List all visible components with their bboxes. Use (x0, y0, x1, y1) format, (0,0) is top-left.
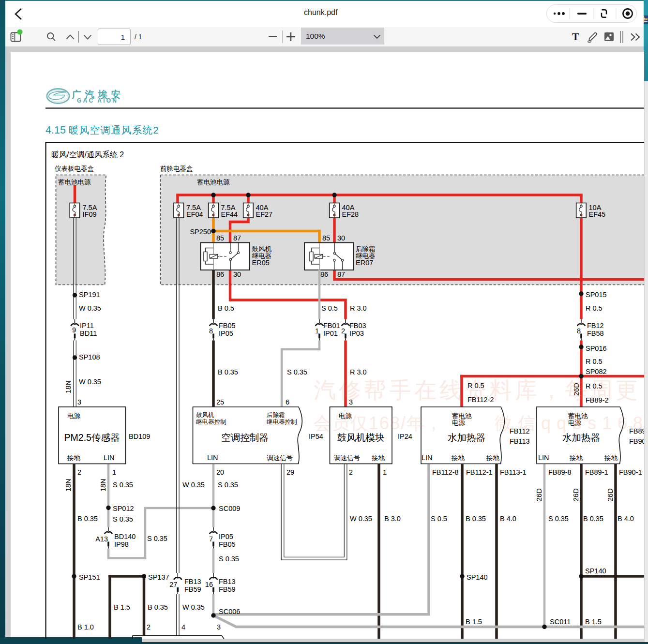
svg-text:7: 7 (209, 535, 213, 543)
svg-text:FB113: FB113 (510, 437, 530, 445)
svg-text:会员仅168/年，: 会员仅168/年， (314, 413, 443, 433)
svg-text:鼓风机: 鼓风机 (252, 245, 272, 253)
svg-text:B 1.0: B 1.0 (77, 623, 94, 631)
svg-text:蓄电池电源: 蓄电池电源 (58, 179, 91, 186)
svg-text:B 1.5: B 1.5 (114, 603, 130, 611)
svg-text:后除霜: 后除霜 (356, 245, 376, 253)
svg-text:EF27: EF27 (256, 210, 273, 218)
svg-text:仪表板电器盒: 仪表板电器盒 (54, 165, 94, 172)
svg-text:B 0.35: B 0.35 (466, 515, 486, 523)
svg-text:调速信号: 调速信号 (267, 454, 293, 462)
svg-text:FB90: FB90 (629, 437, 644, 445)
svg-text:BD140: BD140 (114, 533, 136, 540)
svg-text:LIN: LIN (538, 454, 549, 462)
svg-text:3: 3 (217, 623, 221, 631)
svg-text:IP05: IP05 (219, 329, 233, 337)
svg-text:前舱电器盒: 前舱电器盒 (160, 165, 193, 172)
svg-text:2: 2 (341, 327, 345, 335)
svg-text:SP151: SP151 (79, 573, 100, 581)
svg-text:W 0.35: W 0.35 (182, 481, 205, 489)
svg-text:ER07: ER07 (356, 259, 373, 267)
svg-text:25: 25 (216, 398, 224, 406)
svg-text:B 4.0: B 4.0 (618, 515, 634, 523)
svg-text:继电器控制: 继电器控制 (196, 419, 226, 425)
svg-text:IP54: IP54 (309, 433, 323, 440)
svg-text:SP137: SP137 (148, 573, 169, 581)
svg-text:继电器控制: 继电器控制 (266, 419, 297, 425)
svg-text:SP140: SP140 (585, 567, 606, 575)
svg-text:W 0.35: W 0.35 (182, 603, 205, 611)
svg-text:EF44: EF44 (221, 210, 238, 218)
svg-text:20: 20 (216, 468, 224, 476)
svg-text:W 0.35: W 0.35 (79, 378, 101, 386)
svg-text:B 4.0: B 4.0 (500, 515, 516, 523)
svg-text:接地: 接地 (604, 454, 618, 462)
svg-text:2: 2 (77, 468, 81, 476)
svg-text:FB59: FB59 (184, 585, 201, 593)
svg-text:B 1.5: B 1.5 (466, 618, 482, 626)
svg-text:FB112-1: FB112-1 (466, 468, 493, 476)
svg-text:SP015: SP015 (586, 291, 607, 299)
svg-text:S 0.35: S 0.35 (113, 481, 133, 489)
svg-text:FB112-8: FB112-8 (432, 468, 459, 476)
svg-text:SP250: SP250 (190, 228, 211, 236)
svg-text:26D: 26D (572, 488, 580, 501)
svg-text:29: 29 (286, 468, 294, 476)
svg-text:B 3.0: B 3.0 (384, 515, 401, 523)
svg-text:FB05: FB05 (219, 540, 236, 548)
svg-text:FB59: FB59 (219, 585, 236, 593)
svg-text:S 0.35: S 0.35 (287, 368, 307, 376)
svg-text:26D: 26D (535, 488, 543, 501)
svg-text:水加热器: 水加热器 (562, 432, 600, 443)
svg-text:1: 1 (383, 468, 387, 476)
svg-text:蓄电池: 蓄电池 (452, 412, 472, 419)
svg-text:电源: 电源 (452, 419, 466, 426)
svg-text:27: 27 (169, 581, 177, 588)
svg-text:B 0.35: B 0.35 (77, 515, 98, 523)
svg-text:9: 9 (72, 326, 76, 334)
svg-text:IF09: IF09 (83, 210, 97, 218)
svg-text:30: 30 (233, 270, 241, 278)
svg-text:EF28: EF28 (342, 210, 359, 218)
svg-text:R 0.5: R 0.5 (586, 304, 603, 312)
svg-text:B 0.5: B 0.5 (218, 304, 234, 312)
svg-text:S 0.5: S 0.5 (321, 304, 338, 312)
svg-text:接地: 接地 (486, 454, 500, 462)
svg-text:8: 8 (209, 327, 213, 335)
svg-text:接地: 接地 (569, 454, 583, 462)
svg-text:SP108: SP108 (79, 353, 100, 361)
svg-text:8: 8 (577, 327, 581, 335)
svg-text:FB01: FB01 (323, 322, 340, 329)
svg-text:ER05: ER05 (252, 259, 270, 267)
svg-text:IP03: IP03 (349, 329, 364, 337)
svg-text:IP05: IP05 (219, 533, 233, 540)
svg-text:86: 86 (320, 270, 328, 278)
svg-text:B 1.5: B 1.5 (585, 618, 602, 626)
svg-text:LIN: LIN (104, 454, 115, 462)
svg-text:SP191: SP191 (79, 291, 100, 299)
svg-text:SP016: SP016 (586, 344, 607, 352)
svg-text:SC009: SC009 (219, 505, 240, 512)
svg-text:B 0.35: B 0.35 (218, 368, 238, 376)
svg-text:R 0.5: R 0.5 (586, 358, 603, 365)
svg-text:3: 3 (77, 398, 81, 406)
svg-text:B 0.35: B 0.35 (148, 603, 168, 611)
svg-text:S 0.35: S 0.35 (219, 555, 239, 563)
svg-text:IP24: IP24 (398, 433, 412, 440)
svg-text:FB03: FB03 (349, 322, 366, 329)
svg-text:EF45: EF45 (589, 210, 606, 218)
svg-text:SP140: SP140 (467, 573, 488, 581)
svg-text:接地: 接地 (371, 454, 385, 462)
svg-text:FB89-1: FB89-1 (585, 468, 608, 476)
svg-text:FB05: FB05 (219, 322, 236, 329)
svg-text:SC011: SC011 (550, 618, 571, 626)
svg-text:4.15 暖风空调通风系统2: 4.15 暖风空调通风系统2 (45, 124, 159, 136)
svg-text:R 3.0: R 3.0 (350, 304, 367, 312)
svg-text:接地: 接地 (67, 454, 81, 462)
svg-text:1: 1 (112, 468, 116, 476)
svg-text:后除霜: 后除霜 (267, 412, 285, 419)
svg-text:鼓风机模块: 鼓风机模块 (337, 432, 385, 443)
svg-text:EF04: EF04 (186, 210, 203, 218)
svg-text:18N: 18N (64, 380, 72, 393)
svg-text:接地: 接地 (451, 454, 465, 462)
